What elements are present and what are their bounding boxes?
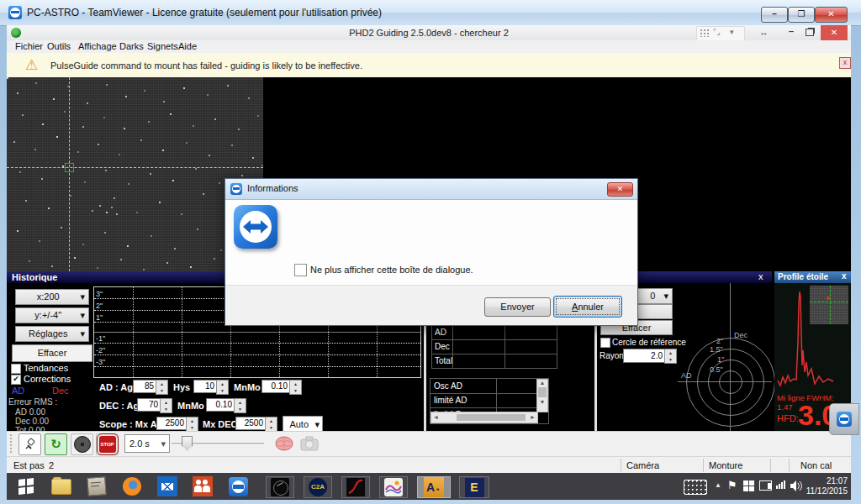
menu-fichier[interactable]: Fichier — [15, 41, 43, 51]
brain-settings-button[interactable] — [274, 434, 294, 453]
ring-label: 0.5" — [710, 365, 723, 374]
dec-mnmo-spinner[interactable]: ▲▼ — [234, 398, 246, 413]
table-line — [452, 326, 453, 368]
osc-row: limité AD — [434, 396, 467, 405]
taskbar-firefox[interactable] — [121, 476, 143, 496]
toolbar-grip[interactable] — [10, 434, 15, 453]
warning-close-icon[interactable]: x — [839, 57, 851, 69]
corrections-checkbox[interactable]: ✔ — [11, 375, 21, 385]
volume-icon[interactable] — [790, 480, 802, 493]
reference-circle-label: Cercle de référence — [612, 338, 686, 347]
radius-field[interactable]: 2.0 — [623, 349, 666, 363]
history-settings-dropdown[interactable]: Réglages ▾ — [15, 326, 89, 342]
taskbar-curve-app[interactable] — [341, 476, 370, 498]
history-clear-button[interactable]: Effacer — [12, 344, 92, 362]
dialog-close-button[interactable]: ✕ — [607, 182, 633, 197]
dec-aggression-field[interactable]: 70 — [137, 398, 161, 412]
dec-mnmo-field[interactable]: 0.10 — [206, 398, 235, 412]
dec-mode-value: Auto — [289, 419, 309, 429]
taskbar-astap-app-active[interactable]: A﹡ — [417, 476, 451, 498]
remote-minimize-button[interactable]: – — [789, 26, 794, 36]
ad-mnmo-spinner[interactable]: ▲▼ — [289, 380, 302, 395]
touch-keyboard-icon[interactable] — [684, 480, 707, 495]
scroll-thumb[interactable] — [538, 387, 547, 397]
star-thumbnail — [810, 286, 848, 324]
mxad-field[interactable]: 2500 — [156, 417, 188, 430]
action-center-flag-icon[interactable]: ⚑ — [727, 479, 737, 491]
start-button[interactable] — [15, 476, 37, 496]
scroll-thumb[interactable] — [457, 414, 526, 421]
menu-signets[interactable]: Signets — [147, 41, 178, 51]
dont-show-again-checkbox[interactable] — [294, 264, 307, 276]
dec-mode-dropdown[interactable]: Auto ▾ — [283, 416, 323, 433]
profile-pane-close-icon[interactable]: x — [842, 271, 847, 281]
hys-spinner[interactable]: ▲▼ — [216, 380, 229, 395]
tv-maximize-button[interactable]: ❐ — [788, 7, 815, 23]
mxdec-spinner[interactable]: ▲▼ — [265, 417, 277, 432]
mxdec-field[interactable]: 2500 — [235, 417, 267, 430]
scroll-right-icon[interactable]: ► — [530, 412, 536, 423]
tray-windows-icon[interactable] — [743, 480, 754, 491]
ring-label: 2" — [716, 337, 723, 345]
remote-resize-icon[interactable]: ↔ — [759, 27, 769, 37]
tv-fullscreen-icon[interactable]: ⌜⌟ — [713, 28, 720, 36]
tray-pc-icon[interactable] — [759, 480, 772, 491]
history-xscale-dropdown[interactable]: x:200 ▾ — [15, 289, 89, 305]
ad-mnmo-field[interactable]: 0.10 — [261, 380, 291, 393]
menu-outils[interactable]: Outils — [47, 41, 71, 51]
remote-close-button[interactable]: ✕ — [821, 25, 848, 40]
tv-grid-icon[interactable] — [700, 29, 709, 37]
menu-darks[interactable]: Darks — [119, 41, 144, 51]
c2a-icon: C2A — [309, 478, 327, 496]
connect-equipment-button[interactable] — [18, 433, 41, 455]
guide-button[interactable] — [71, 433, 93, 455]
trend-checkbox[interactable] — [11, 364, 21, 374]
tray-expand-icon[interactable]: ▲ — [715, 481, 721, 489]
ad-aggression-spinner[interactable]: ▲▼ — [156, 380, 168, 395]
stop-button[interactable]: STOP — [96, 433, 119, 455]
taskbar-planetarium-app[interactable] — [266, 476, 294, 498]
ad-aggression-field[interactable]: 85 — [133, 380, 157, 393]
cancel-button[interactable]: Annuler — [553, 296, 622, 318]
profile-pane-title: Profile étoile — [778, 272, 828, 281]
osc-vscrollbar[interactable]: ▲▼ — [536, 379, 548, 412]
remote-restore-button[interactable] — [806, 29, 814, 36]
reference-circle-checkbox[interactable] — [600, 338, 610, 348]
tv-minimize-button[interactable]: – — [761, 7, 788, 23]
stats-table: AD Dec Total — [431, 325, 557, 369]
taskbar-notes-app[interactable] — [86, 476, 108, 496]
taskbar-teamviewer[interactable] — [227, 476, 249, 496]
stats-row-ad: AD — [435, 328, 446, 337]
tv-close-button[interactable]: ✕ — [815, 7, 848, 23]
dec-aggression-spinner[interactable]: ▲▼ — [160, 398, 172, 413]
send-button[interactable]: Envoyer — [484, 297, 551, 317]
history-yscale-dropdown[interactable]: y:+/-4" ▾ — [15, 307, 89, 323]
exposure-dropdown[interactable]: 2.0 s▾ — [124, 434, 170, 453]
mxad-spinner[interactable]: ▲▼ — [186, 417, 198, 432]
taskbar-explorer[interactable] — [50, 476, 72, 496]
radius-spinner[interactable]: ▲▼ — [664, 349, 677, 364]
taskbar-people[interactable] — [192, 476, 214, 496]
menu-aide[interactable]: Aide — [178, 41, 197, 51]
hys-field[interactable]: 10 — [193, 380, 218, 393]
history-pane-close-icon[interactable]: x — [758, 271, 763, 281]
taskbar-c2a-app[interactable]: C2A — [304, 476, 332, 498]
menu-affichage[interactable]: Affichage — [78, 41, 117, 51]
network-signal-icon[interactable] — [776, 480, 785, 489]
tray-clock[interactable]: 21:07 11/12/2015 — [806, 476, 848, 496]
osc-list[interactable]: Osc AD limité AD limité Dec ▲▼ ◄► — [430, 378, 549, 424]
tv-chevron-down-icon[interactable]: ▾ — [730, 28, 734, 36]
teamviewer-logo — [234, 205, 277, 249]
target-ring — [686, 338, 775, 427]
ytick: 3" — [96, 290, 103, 298]
camera-settings-button[interactable] — [299, 434, 320, 453]
taskbar-phd2-app[interactable] — [379, 476, 408, 498]
teamviewer-panel-tab[interactable] — [829, 403, 859, 435]
taskbar-mail[interactable] — [156, 476, 178, 496]
taskbar: C2A A﹡ E ▲ ⚑ 21:07 11/12/2015 — [7, 473, 851, 500]
taskbar-eqmod-app[interactable]: E — [459, 476, 489, 498]
osc-hscrollbar[interactable]: ◄► — [430, 412, 538, 423]
scroll-left-icon[interactable]: ◄ — [433, 412, 439, 423]
cancel-rest: nnuler — [578, 302, 604, 312]
loop-exposures-button[interactable]: ↻ — [45, 433, 67, 455]
